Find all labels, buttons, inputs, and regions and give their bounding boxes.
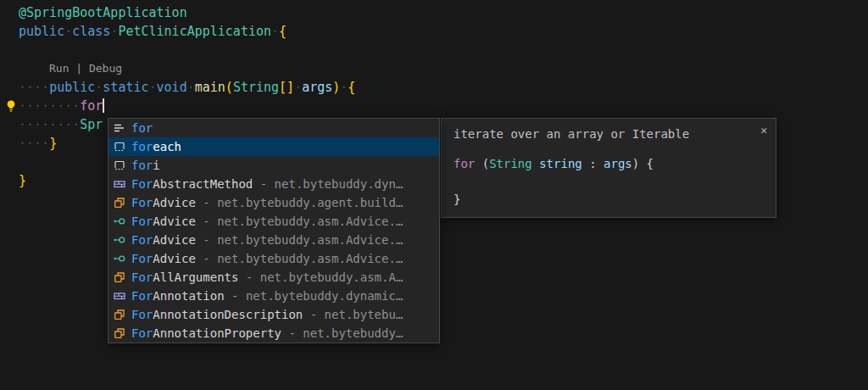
code-token: · xyxy=(294,80,302,95)
code-line[interactable]: public·class·PetClinicApplication·{ xyxy=(0,22,868,41)
code-line[interactable]: ········for xyxy=(0,97,868,115)
code-token: for xyxy=(80,98,103,114)
suggestion-item[interactable]: foreach xyxy=(108,137,439,156)
code-token: { xyxy=(279,24,287,39)
code-token: public xyxy=(49,80,95,95)
symbol-snippet-icon xyxy=(113,140,126,153)
close-icon[interactable]: ✕ xyxy=(760,124,767,137)
code-token: String xyxy=(489,157,532,170)
codelens-run-link[interactable]: Run xyxy=(49,62,69,75)
code-token: String xyxy=(233,80,279,95)
symbol-class-icon xyxy=(113,308,126,321)
suggestion-item[interactable]: ForAbstractMethod - net.bytebuddy.dyn… xyxy=(108,175,439,193)
code-token: ···· xyxy=(19,80,49,95)
suggestion-detail: - net.bytebuddy.asm.Advice.… xyxy=(196,233,403,247)
code-token: · xyxy=(64,24,72,39)
code-token: Spr xyxy=(80,117,103,132)
suggestion-item[interactable]: ForAllArguments - net.bytebuddy.asm.A… xyxy=(108,268,439,287)
code-line[interactable]: ····public·static·void·main(String[]·arg… xyxy=(0,78,868,97)
doc-code-line: } xyxy=(453,191,764,209)
suggestion-match: For xyxy=(131,177,153,191)
symbol-reference-icon xyxy=(113,252,126,265)
suggestion-item[interactable]: ForAnnotationDescription - net.bytebu… xyxy=(108,305,439,324)
doc-code: for (String string : args) {} xyxy=(453,155,764,209)
suggestion-item[interactable]: ForAdvice - net.bytebuddy.asm.Advice.… xyxy=(108,231,439,249)
code-token: · xyxy=(271,24,279,39)
suggestion-detail: - net.bytebuddy.asm.A… xyxy=(238,270,403,284)
suggestion-match: For xyxy=(131,308,153,321)
code-token: ( xyxy=(225,80,233,95)
vscode-editor-window: @SpringBootApplicationpublic·class·PetCl… xyxy=(0,0,868,390)
code-token: } xyxy=(49,136,57,151)
suggestion-item[interactable]: for xyxy=(108,119,439,137)
suggestion-match: For xyxy=(131,252,153,265)
code-token: · xyxy=(187,80,195,95)
code-token: ( xyxy=(475,157,489,170)
code-token: for xyxy=(453,157,475,170)
suggestion-match: for xyxy=(131,159,153,172)
suggestion-item[interactable]: ForAnnotation - net.bytebuddy.dynamic… xyxy=(108,287,439,305)
code-token xyxy=(532,157,539,170)
lightbulb-icon[interactable] xyxy=(4,99,18,113)
suggest-widget: forforeachforiForAbstractMethod - net.by… xyxy=(108,118,440,343)
suggestion-detail: - net.bytebuddy.asm.Advice.… xyxy=(196,214,403,228)
code-token: ) xyxy=(332,80,340,95)
suggestion-match: for xyxy=(131,140,153,153)
symbol-structure-icon xyxy=(113,289,126,303)
suggest-docs-panel: ✕ iterate over an array or Iterable for … xyxy=(441,118,776,218)
code-line[interactable] xyxy=(0,41,868,59)
code-token: · xyxy=(340,80,348,95)
code-token: ···· xyxy=(19,136,49,151)
code-token: args xyxy=(302,80,332,95)
code-token: PetClinicApplication xyxy=(118,24,271,39)
suggestion-label: Advice xyxy=(153,196,196,209)
suggestion-detail: - net.bytebuddy.asm.Advice.… xyxy=(196,252,403,265)
suggestion-label: AnnotationDescription xyxy=(153,308,303,321)
codelens-separator: | xyxy=(69,62,88,75)
suggestion-label: AnnotationProperty xyxy=(153,326,281,340)
codelens-debug-link[interactable]: Debug xyxy=(89,62,122,75)
suggestion-match: For xyxy=(131,289,153,303)
code-token: } xyxy=(453,192,460,206)
suggestion-item[interactable]: fori xyxy=(108,156,439,175)
suggestion-match: For xyxy=(131,326,153,340)
symbol-class-icon xyxy=(113,196,126,209)
code-token: [] xyxy=(279,80,294,95)
symbol-reference-icon xyxy=(113,233,126,247)
suggestion-match: For xyxy=(131,214,153,228)
symbol-reference-icon xyxy=(113,214,126,228)
code-token: main xyxy=(195,80,225,95)
code-token: : xyxy=(582,157,604,170)
code-token: static xyxy=(103,80,148,95)
suggestion-detail: - net.bytebu… xyxy=(303,308,403,321)
code-token: string xyxy=(539,157,582,170)
suggestion-detail: - net.bytebuddy… xyxy=(281,326,403,340)
suggestion-label: AbstractMethod xyxy=(153,177,253,191)
suggestion-label: AllArguments xyxy=(153,270,238,284)
suggestion-label: Advice xyxy=(153,233,196,247)
code-token: public xyxy=(19,24,64,39)
suggestion-item[interactable]: ForAdvice - net.bytebuddy.asm.Advice.… xyxy=(108,249,439,268)
symbol-class-icon xyxy=(113,326,126,340)
suggestion-label: Advice xyxy=(153,252,196,265)
suggestion-item[interactable]: ForAdvice - net.bytebuddy.asm.Advice.… xyxy=(108,212,439,231)
suggestion-item[interactable]: ForAdvice - net.bytebuddy.agent.build… xyxy=(108,193,439,212)
suggestion-label: i xyxy=(153,159,159,172)
code-token: @SpringBootApplication xyxy=(19,5,187,20)
doc-code-line: for (String string : args) { xyxy=(453,155,764,173)
code-token: · xyxy=(149,80,157,95)
suggestion-item[interactable]: ForAnnotationProperty - net.bytebuddy… xyxy=(108,324,439,343)
code-token: } xyxy=(19,173,26,188)
suggestion-label: Advice xyxy=(153,214,196,228)
code-token: class xyxy=(72,24,110,39)
code-token: ········ xyxy=(19,98,80,114)
symbol-class-icon xyxy=(113,270,126,284)
code-line[interactable]: @SpringBootApplication xyxy=(0,3,868,22)
suggestion-match: for xyxy=(131,121,153,135)
doc-code-line xyxy=(453,173,764,191)
code-token: { xyxy=(348,80,355,95)
suggestion-detail: - net.bytebuddy.dyn… xyxy=(253,177,403,191)
suggestion-match: For xyxy=(131,196,153,209)
code-token: ········ xyxy=(19,117,80,132)
symbol-snippet-icon xyxy=(113,159,126,172)
